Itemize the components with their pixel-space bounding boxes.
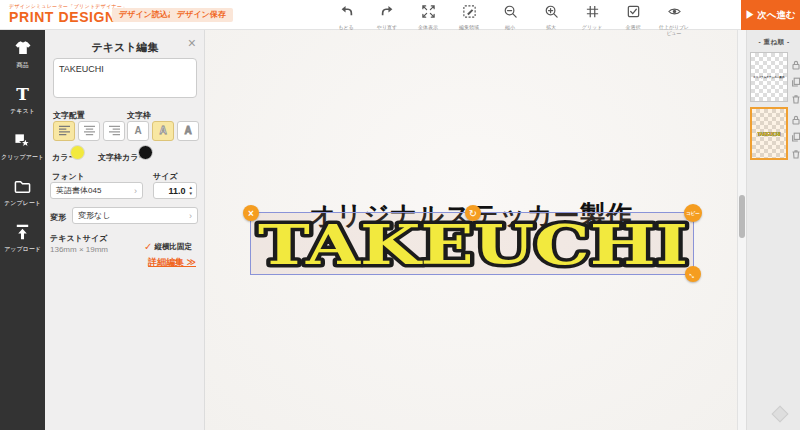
frame-thick-letter: A	[184, 126, 191, 136]
panel-title: テキスト編集	[45, 40, 205, 55]
size-value: 11.0	[154, 186, 189, 196]
select-all-button[interactable]: 全選択	[617, 4, 649, 37]
chevron-right-icon: ›	[189, 211, 192, 221]
sidebar-item-clipart[interactable]: クリップアート	[0, 122, 45, 168]
layer-order-sidebar: - 重ね順 - オリジナルステッカー製作 TAKEUCHI	[746, 30, 800, 430]
zoom-out-button[interactable]: 縮小	[494, 4, 526, 37]
copy-handle[interactable]: コピー	[684, 204, 702, 222]
duplicate-icon[interactable]	[791, 73, 800, 83]
sticker-text: TAKEUCHI	[258, 213, 688, 276]
zoom-out-icon	[503, 4, 518, 23]
frame-outline-button[interactable]: A	[152, 121, 174, 141]
zoom-in-button[interactable]: 拡大	[535, 4, 567, 37]
folder-icon	[13, 177, 32, 197]
aspect-label: 縦横比固定	[154, 242, 192, 252]
layer-thumbnail-sticker-selected[interactable]: TAKEUCHI	[750, 107, 788, 160]
frame-none-button[interactable]: A	[127, 121, 149, 141]
align-center-icon	[83, 122, 96, 140]
frame-thick-button[interactable]: A	[177, 121, 199, 141]
align-left-icon	[58, 122, 71, 140]
text-icon: T	[16, 85, 29, 105]
align-button-group	[53, 121, 125, 141]
frame-button-group: A A A	[127, 121, 199, 141]
transform-select[interactable]: 変形なし ›	[72, 207, 198, 224]
fit-view-button[interactable]: 全体表示	[412, 4, 444, 37]
header-bar: デザインシミュレーター「プリントデザイナー」 PRINT DESIGNER デザ…	[0, 0, 800, 30]
align-right-button[interactable]	[103, 121, 125, 141]
align-left-button[interactable]	[53, 121, 75, 141]
sidebar-item-product[interactable]: 商品	[0, 30, 45, 76]
upload-icon	[13, 223, 32, 243]
fit-view-icon	[421, 4, 436, 23]
lock-icon[interactable]	[791, 56, 800, 66]
eye-icon	[667, 4, 682, 23]
font-select[interactable]: 英語書体045 ›	[50, 182, 143, 199]
undo-button[interactable]: もどる	[330, 4, 362, 37]
design-canvas[interactable]: オリジナルステッカー製作 TAKEUCHI × ↻ コピー ↔	[205, 30, 737, 430]
size-down-icon[interactable]: ▼	[189, 191, 193, 196]
grid-icon	[585, 4, 600, 23]
trash-icon[interactable]	[791, 145, 800, 155]
lock-icon[interactable]	[791, 111, 800, 121]
delete-handle[interactable]: ×	[243, 205, 259, 221]
corner-diamond-icon	[772, 406, 789, 423]
sidebar-item-text[interactable]: T テキスト	[0, 76, 45, 122]
print-designer-app: デザインシミュレーター「プリントデザイナー」 PRINT DESIGNER デザ…	[0, 0, 800, 430]
layer-order-title: - 重ね順 -	[747, 38, 800, 47]
trash-icon[interactable]	[791, 90, 800, 100]
sidebar-item-upload[interactable]: アップロード	[0, 214, 45, 260]
layer-actions-sticker	[791, 111, 800, 155]
zoom-in-icon	[544, 4, 559, 23]
canvas-toolbar: もどる やり直す 全体表示 編集領域 縮小 拡大	[330, 4, 690, 37]
layer-actions-heading	[791, 56, 800, 100]
copy-handle-label: コピー	[686, 211, 700, 216]
resize-icon: ↔	[686, 267, 701, 282]
tshirt-icon	[13, 39, 33, 59]
rotate-icon: ↻	[469, 208, 477, 219]
text-edit-panel: テキスト編集 × TAKEUCHI 文字配置 文字枠 A A A	[45, 30, 205, 430]
close-icon[interactable]: ×	[188, 36, 196, 50]
delete-icon: ×	[248, 208, 254, 219]
aspect-lock-checkbox[interactable]: ✓ 縦横比固定	[144, 241, 192, 252]
size-stepper[interactable]: 11.0 ▲ ▼	[153, 182, 197, 199]
check-icon: ✓	[144, 241, 152, 252]
undo-icon	[339, 4, 354, 23]
scrollbar-thumb[interactable]	[739, 195, 745, 238]
chevron-right-icon: ›	[134, 186, 137, 196]
redo-icon	[380, 4, 395, 23]
resize-handle[interactable]: ↔	[685, 266, 701, 282]
textsize-label: テキストサイズ	[50, 233, 107, 244]
edit-area-icon	[462, 4, 477, 23]
frame-none-letter: A	[134, 126, 141, 136]
transform-value: 変形なし	[78, 210, 110, 221]
category-sidebar: 商品 T テキスト クリップアート テンプレート アップロード	[0, 30, 45, 430]
finish-preview-button[interactable]: 仕上がりプレビュー	[658, 4, 690, 37]
font-value: 英語書体045	[56, 185, 101, 196]
duplicate-icon[interactable]	[791, 128, 800, 138]
detail-edit-link[interactable]: 詳細編集 ≫	[148, 256, 196, 269]
select-all-icon	[626, 4, 641, 23]
design-save-button[interactable]: デザイン保存	[170, 8, 233, 22]
text-color-swatch[interactable]	[70, 145, 85, 160]
next-step-button[interactable]: ▶ 次へ進む	[741, 0, 800, 30]
align-center-button[interactable]	[78, 121, 100, 141]
sidebar-item-template[interactable]: テンプレート	[0, 168, 45, 214]
frame-color-swatch[interactable]	[138, 145, 153, 160]
sticker-text-svg: TAKEUCHI	[251, 213, 695, 276]
grid-button[interactable]: グリッド	[576, 4, 608, 37]
frame-outline-letter: A	[159, 126, 166, 136]
align-section-label: 文字配置	[53, 110, 85, 121]
frame-section-label: 文字枠	[127, 110, 151, 121]
transform-label: 変形	[50, 212, 66, 223]
selected-text-object[interactable]: TAKEUCHI × ↻ コピー ↔	[250, 212, 694, 275]
size-label: サイズ	[153, 171, 178, 182]
text-content-input[interactable]: TAKEUCHI	[53, 58, 197, 98]
rotate-handle[interactable]: ↻	[465, 205, 481, 221]
font-label: フォント	[52, 171, 85, 182]
clipart-icon	[13, 131, 32, 151]
align-right-icon	[108, 122, 121, 140]
textsize-value: 136mm × 19mm	[50, 245, 108, 254]
layer-thumbnail-heading[interactable]: オリジナルステッカー製作	[750, 52, 788, 102]
edit-area-button[interactable]: 編集領域	[453, 4, 485, 37]
redo-button[interactable]: やり直す	[371, 4, 403, 37]
